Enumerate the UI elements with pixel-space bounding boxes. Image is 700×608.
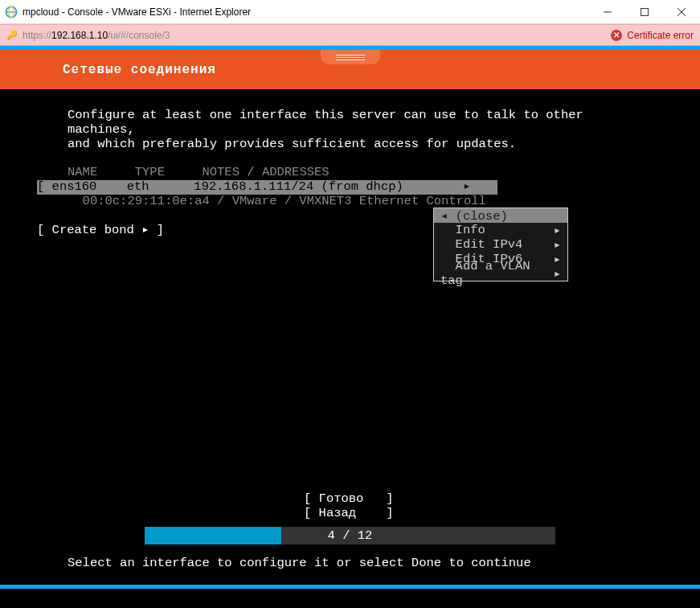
chevron-right-icon: ▸ [554, 223, 561, 238]
menu-info[interactable]: Info ▸ [434, 223, 567, 237]
menu-add-vlan[interactable]: Add a VLAN tag ▸ [434, 266, 567, 281]
close-button[interactable] [663, 0, 700, 23]
menu-close[interactable]: ◂ (close) [434, 208, 567, 223]
chevron-right-icon: ▸ [554, 237, 561, 253]
svg-rect-2 [641, 8, 649, 15]
interface-context-menu: ◂ (close) Info ▸ Edit IPv4 ▸ Edit IPv6 ▸… [433, 207, 568, 281]
interface-row[interactable]: [ ens160 eth 192.168.1.111/24 (from dhcp… [37, 180, 497, 195]
page-title: Сетевые соединения [63, 63, 216, 77]
progress-label: 4 / 12 [0, 528, 700, 543]
ie-icon [5, 6, 18, 18]
error-icon: ✕ [611, 30, 622, 41]
menu-edit-ipv4[interactable]: Edit IPv4 ▸ [434, 237, 567, 252]
certificate-error-label: Certificate error [627, 30, 694, 41]
progress-bar: 4 / 12 [0, 527, 700, 544]
hint-text: Select an interface to configure it or s… [0, 544, 700, 585]
terminal-body: Configure at least one interface this se… [0, 89, 700, 238]
url-text: https://192.168.1.10/ui/#/console/3 [23, 30, 611, 41]
installer-header: Сетевые соединения [0, 50, 700, 89]
chevron-right-icon: ▸ [463, 180, 470, 195]
vm-console[interactable]: Сетевые соединения Configure at least on… [0, 46, 700, 608]
column-headers: NAME TYPE NOTES / ADDRESSES [68, 166, 655, 180]
back-button[interactable]: [ Назад ] [304, 506, 700, 520]
chevron-right-icon: ▸ [554, 252, 561, 267]
minimize-button[interactable] [589, 0, 626, 23]
chevron-right-icon: ▸ [554, 266, 561, 281]
footer: [ Готово ] [ Назад ] 4 / 12 Select an in… [0, 491, 700, 608]
action-buttons: [ Готово ] [ Назад ] [0, 491, 700, 520]
description: Configure at least one interface this se… [68, 109, 655, 151]
chevron-left-icon: ◂ [440, 209, 448, 224]
drag-handle-icon[interactable] [321, 50, 380, 64]
lock-icon: 🔑 [6, 30, 18, 40]
maximize-button[interactable] [626, 0, 663, 23]
window-titlebar: mpcloud - Console - VMware ESXi - Intern… [0, 0, 700, 24]
window-title: mpcloud - Console - VMware ESXi - Intern… [23, 6, 589, 18]
done-button[interactable]: [ Готово ] [304, 491, 700, 506]
certificate-error[interactable]: ✕ Certificate error [611, 30, 694, 41]
address-bar[interactable]: 🔑 https://192.168.1.10/ui/#/console/3 ✕ … [0, 24, 700, 46]
